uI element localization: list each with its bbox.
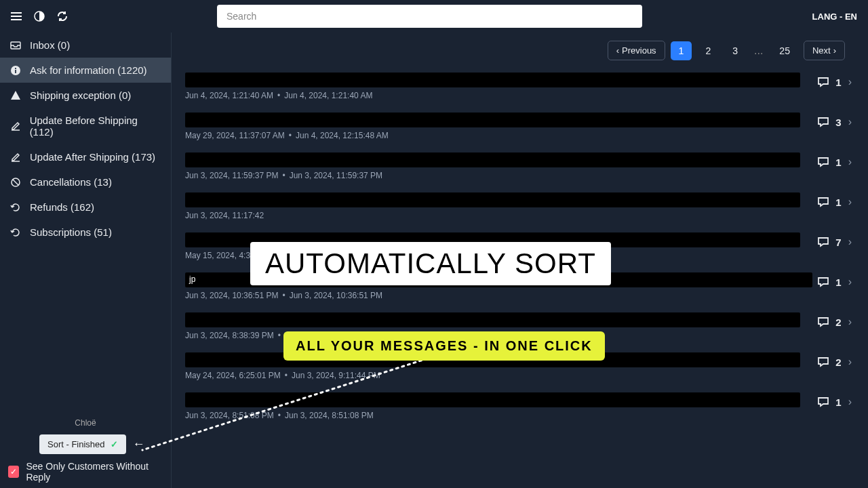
search-input[interactable]: [217, 5, 642, 28]
comment-icon: [816, 355, 830, 369]
comment-icon: [816, 115, 830, 129]
comment-count: 7: [816, 235, 841, 249]
page-2[interactable]: 2: [697, 41, 719, 60]
pagination: ‹Previous 1 2 3 ... 25 Next›: [185, 41, 852, 60]
comment-icon: [816, 155, 830, 169]
overlay-headline: AUTOMATICALLY SORT: [250, 242, 611, 285]
chevron-right-icon: ›: [848, 276, 852, 288]
chevron-right-icon: ›: [848, 396, 852, 408]
sidebar-item-inbox[interactable]: Inbox (0): [0, 33, 171, 58]
comment-count: 1: [816, 155, 841, 169]
chevron-left-icon: ‹: [616, 45, 619, 56]
redacted-subject: [185, 192, 800, 207]
sidebar-item-ask-info[interactable]: Ask for information (1220): [0, 58, 171, 83]
timestamps: Jun 3, 2024, 11:59:37 PM•Jun 3, 2024, 11…: [185, 171, 852, 180]
sidebar-item-update-after[interactable]: Update After Shipping (173): [0, 144, 171, 169]
sidebar-label: Cancellations (13): [30, 176, 112, 188]
user-label: Chloë: [0, 418, 171, 428]
chevron-right-icon: ›: [848, 156, 852, 168]
svg-rect-7: [15, 68, 16, 69]
arrow-indicator: ←: [133, 437, 145, 451]
sidebar-label: Inbox (0): [30, 39, 70, 51]
sidebar-item-cancellations[interactable]: Cancellations (13): [0, 169, 171, 195]
filter-label: See Only Customers Without Reply: [26, 461, 163, 483]
chevron-right-icon: ›: [848, 196, 852, 208]
comment-count: 1: [816, 395, 841, 409]
redacted-subject: [185, 73, 800, 87]
page-last[interactable]: 25: [771, 41, 798, 60]
timestamps: Jun 3, 2024, 8:51:08 PM•Jun 3, 2024, 8:5…: [185, 411, 852, 420]
edit-icon: [9, 121, 22, 131]
ban-icon: [9, 177, 22, 188]
comment-count: 2: [816, 315, 841, 329]
chevron-right-icon: ›: [848, 356, 852, 368]
sidebar-label: Update After Shipping (173): [30, 151, 155, 163]
redacted-subject: [185, 113, 800, 127]
checkbox-checked-icon[interactable]: ✓: [8, 466, 19, 478]
info-icon: [9, 65, 22, 76]
sidebar: Inbox (0) Ask for information (1220) Shi…: [0, 33, 172, 488]
timestamps: May 24, 2024, 6:25:01 PM•Jun 3, 2024, 9:…: [185, 371, 852, 380]
comment-icon: [816, 395, 830, 409]
sort-button-label: Sort - Finished: [47, 439, 105, 449]
next-button[interactable]: Next›: [804, 41, 845, 60]
ellipsis: ...: [751, 45, 766, 57]
redacted-subject: [185, 392, 800, 407]
comment-icon: [816, 275, 830, 289]
sidebar-label: Refunds (162): [30, 201, 94, 213]
message-row[interactable]: Jun 3, 2024, 11:17:421›: [185, 192, 852, 220]
sidebar-label: Ask for information (1220): [30, 64, 147, 76]
redacted-subject: [185, 312, 800, 327]
message-row[interactable]: Jun 3, 2024, 11:59:37 PM•Jun 3, 2024, 11…: [185, 152, 852, 180]
filter-row[interactable]: ✓ See Only Customers Without Reply: [0, 454, 171, 483]
redacted-subject: [185, 152, 800, 167]
comment-icon: [816, 195, 830, 209]
comment-count: 3: [816, 115, 841, 129]
sort-button[interactable]: Sort - Finished ✓: [39, 434, 126, 454]
comment-count: 2: [816, 355, 841, 369]
svg-rect-6: [15, 70, 16, 73]
svg-rect-1: [11, 16, 22, 17]
check-icon: ✓: [111, 439, 118, 449]
timestamps: May 29, 2024, 11:37:07 AM•Jun 4, 2024, 1…: [185, 131, 852, 140]
sidebar-item-update-before[interactable]: Update Before Shipping (112): [0, 108, 171, 144]
message-row[interactable]: Jun 4, 2024, 1:21:40 AM•Jun 4, 2024, 1:2…: [185, 73, 852, 100]
timestamps: Jun 4, 2024, 1:21:40 AM•Jun 4, 2024, 1:2…: [185, 91, 852, 100]
menu-icon[interactable]: [11, 11, 22, 22]
message-row[interactable]: Jun 3, 2024, 8:51:08 PM•Jun 3, 2024, 8:5…: [185, 392, 852, 420]
comment-count: 1: [816, 275, 841, 289]
chevron-right-icon: ›: [848, 316, 852, 328]
svg-rect-2: [11, 19, 22, 20]
sidebar-label: Update Before Shipping (112): [30, 115, 161, 138]
page-3[interactable]: 3: [724, 41, 746, 60]
refresh-icon[interactable]: [57, 11, 68, 22]
undo-icon: [9, 227, 22, 238]
warning-icon: [9, 90, 22, 101]
language-selector[interactable]: LANG - EN: [812, 12, 857, 22]
page-1[interactable]: 1: [671, 41, 692, 60]
message-row[interactable]: May 29, 2024, 11:37:07 AM•Jun 4, 2024, 1…: [185, 113, 852, 140]
sidebar-item-shipping-exception[interactable]: Shipping exception (0): [0, 83, 171, 108]
svg-rect-0: [11, 12, 22, 14]
chevron-right-icon: ›: [848, 76, 852, 88]
comment-icon: [816, 315, 830, 329]
comment-count: 1: [816, 75, 841, 89]
prev-button[interactable]: ‹Previous: [608, 41, 665, 60]
sidebar-label: Shipping exception (0): [30, 89, 131, 101]
comment-icon: [816, 235, 830, 249]
undo-icon: [9, 202, 22, 213]
edit-icon: [9, 152, 22, 163]
sidebar-item-subscriptions[interactable]: Subscriptions (51): [0, 220, 171, 245]
contrast-icon[interactable]: [34, 11, 45, 22]
chevron-right-icon: ›: [833, 45, 836, 56]
comment-count: 1: [816, 195, 841, 209]
timestamps: Jun 3, 2024, 10:36:51 PM•Jun 3, 2024, 10…: [185, 291, 852, 300]
timestamps: Jun 3, 2024, 11:17:42: [185, 211, 852, 220]
sidebar-item-refunds[interactable]: Refunds (162): [0, 195, 171, 220]
chevron-right-icon: ›: [848, 236, 852, 248]
header: LANG - EN: [0, 0, 868, 33]
sidebar-label: Subscriptions (51): [30, 226, 112, 238]
chevron-right-icon: ›: [848, 116, 852, 128]
overlay-subline: ALL YOUR MESSAGES - IN ONE CLICK: [283, 331, 605, 361]
inbox-icon: [9, 40, 22, 51]
